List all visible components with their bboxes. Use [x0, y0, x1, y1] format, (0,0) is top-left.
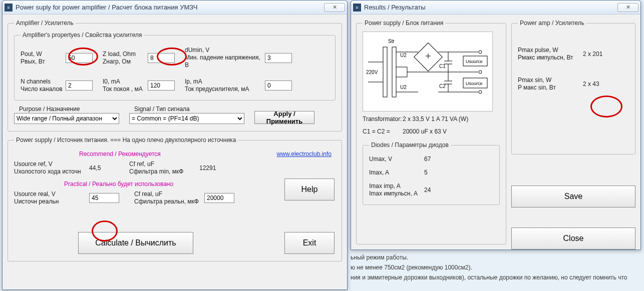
dumin-label: dUmin, VМин. падение напряжения, В [185, 46, 265, 69]
titlebar[interactable]: ≡ Results / Результаты ✕ [351, 0, 640, 14]
pmax-pulse-value: 2 x 201 [583, 50, 602, 58]
svg-text:C2: C2 [439, 84, 446, 89]
usource-ref-label: Usource ref, VUхолостого хода источн [14, 160, 89, 176]
window-title: Results / Результаты [364, 4, 617, 11]
purpose-label: Purpose / Назначение [19, 106, 119, 113]
amplifier-legend: Amplifier / Усилитель [14, 20, 76, 26]
pout-input[interactable] [66, 53, 93, 63]
umax-value: 67 [424, 156, 431, 163]
ps-legend: Power supply / Источник питания. === На … [14, 136, 238, 144]
apply-button[interactable]: Apply / Применить [254, 111, 314, 124]
svg-text:220V: 220V [366, 70, 378, 75]
power-amp-legend: Power amp / Усилитель [518, 20, 586, 26]
exit-button[interactable]: Exit [284, 232, 335, 254]
svg-rect-2 [383, 47, 387, 97]
svg-point-25 [479, 90, 482, 94]
power-supply-group: Power supply / Источник питания. === На … [8, 136, 342, 262]
help-button[interactable]: Help [284, 178, 335, 200]
ip-input[interactable] [265, 80, 292, 90]
amplifier-group: Amplifier / Усилитель Amplifier's proper… [8, 20, 342, 132]
zload-input[interactable] [148, 53, 175, 63]
ps-results-legend: Power supply / Блок питания [363, 20, 445, 26]
svg-text:Usource: Usource [466, 59, 483, 64]
properties-group: Amplifier's propertyes / Свойства усилит… [14, 32, 336, 100]
i0-label: I0, mAТок покоя , мА [103, 78, 148, 93]
window-power-supply: ≡ Power suply for power amplifier / Расч… [2, 0, 348, 290]
bg-text: ьный режим работы. [351, 254, 408, 261]
cfreal-input[interactable] [204, 193, 234, 203]
window-title: Power suply for power amplifier / Расчет… [16, 4, 324, 11]
svg-text:Str: Str [388, 38, 395, 44]
i0-input[interactable] [148, 80, 175, 90]
close-icon[interactable]: ✕ [324, 3, 345, 12]
pout-label: Pout, WPвых, Вт [21, 50, 66, 66]
svg-rect-3 [392, 47, 396, 97]
signal-label: Signal / Тип сигнала [134, 106, 244, 113]
save-button[interactable]: Save [511, 186, 635, 208]
app-icon: ≡ [353, 4, 361, 12]
svg-text:C1: C1 [439, 64, 446, 69]
imax-label: Imax, A [369, 169, 424, 176]
svg-text:U2: U2 [400, 52, 407, 58]
usource-real-label: Usource real, VUисточн реальн [14, 190, 89, 206]
imax-imp-label: Imax imp, AImax импульсн, А [369, 182, 424, 198]
bg-text: ю не менее 750см2 (рекомендую 1000см2). [351, 264, 472, 271]
usource-ref-value: 44,5 [89, 164, 129, 172]
ps-results-group: Power supply / Блок питания [356, 20, 506, 244]
nchannels-input[interactable] [66, 80, 93, 90]
window-results: ≡ Results / Результаты ✕ Power supply / … [351, 0, 641, 250]
transformator-value: 2 x 33,5 V 1 A 71 VA (W) [403, 116, 468, 123]
ip-label: Ip, mAТок предусилителя, мА [185, 78, 265, 93]
usource-real-input[interactable] [89, 193, 119, 203]
cfref-label: Cf ref, uFCфильтра min, мкФ [129, 160, 199, 176]
power-amp-group: Power amp / Усилитель Pmax pulse, WPмакс… [511, 20, 635, 154]
svg-text:Usource: Usource [466, 81, 483, 86]
cfreal-label: Cf real, uFCфильтра реальн, мкФ [134, 190, 204, 206]
pmax-sin-value: 2 x 43 [583, 80, 599, 88]
dumin-input[interactable] [265, 53, 292, 63]
diodes-group: Diodes / Параметры диодов Umax, V 67 Ima… [363, 142, 500, 205]
properties-legend: Amplifier's propertyes / Свойства усилит… [21, 32, 144, 38]
diodes-legend: Diodes / Параметры диодов [369, 142, 451, 148]
zload-label: Z load, OhmZнагр, Ом [103, 50, 148, 66]
nchannels-label: N channelsЧисло каналов [21, 78, 66, 93]
svg-point-23 [479, 50, 482, 54]
cfref-value: 12291 [199, 164, 229, 172]
purpose-select[interactable]: Wide range / Полный диапазон [14, 113, 119, 124]
pmax-sin-label: Pmax sin, WP макс sin, Вт [518, 76, 583, 92]
capacitors-value: 20000 uF x 63 V [403, 128, 447, 136]
schematic-diagram: Str 220V U2 U2 C1 C2 Usource Usource [363, 32, 493, 112]
transformator-label: Transformator: [363, 116, 403, 123]
capacitors-label: C1 = C2 = [363, 128, 403, 136]
imax-imp-value: 24 [424, 186, 431, 194]
imax-value: 5 [424, 169, 428, 176]
close-icon[interactable]: ✕ [617, 3, 638, 12]
titlebar[interactable]: ≡ Power suply for power amplifier / Расч… [3, 0, 347, 14]
umax-label: Umax, V [369, 156, 424, 163]
app-icon: ≡ [5, 4, 13, 12]
svg-text:U2: U2 [400, 84, 407, 90]
close-button[interactable]: Close [511, 228, 635, 250]
svg-point-24 [479, 70, 482, 74]
bg-text: ния и эммитерные дорожки выходников), ос… [351, 274, 627, 281]
electroclub-link[interactable]: www.electroclub.info [277, 150, 332, 158]
signal-select[interactable]: = Common = (PF=14 dB) [129, 113, 244, 124]
calculate-button[interactable]: Calculate / Вычислить [78, 232, 193, 254]
pmax-pulse-label: Pmax pulse, WPмакс импульсн, Вт [518, 46, 583, 62]
